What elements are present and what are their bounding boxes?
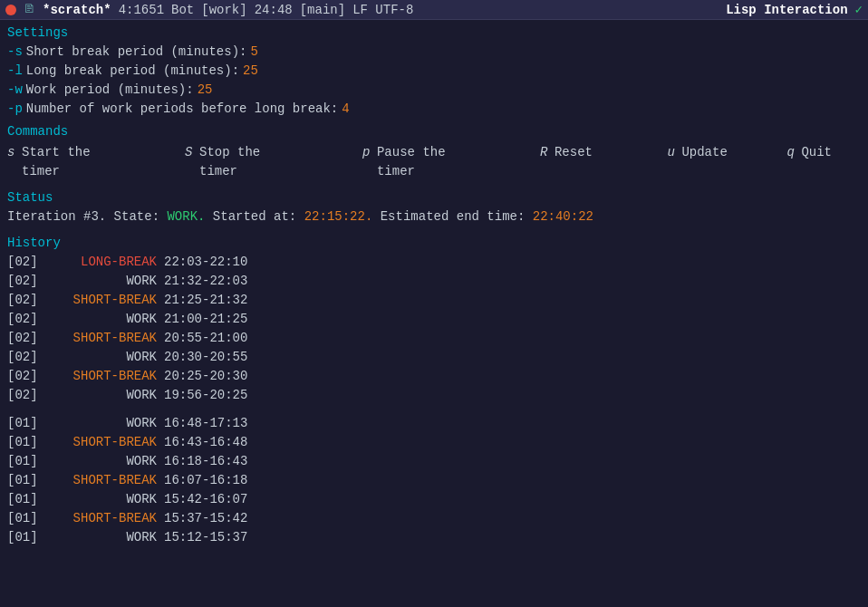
hist-index: [01] [7,452,48,471]
history-row: [02] WORK 21:00-21:25 [7,310,861,329]
setting-num-periods-value: 4 [342,100,349,119]
commands-row: s Start the timer S Stop the timer p Pau… [7,143,861,181]
history-row: [02] WORK 21:32-22:03 [7,272,861,291]
setting-work-period-value: 25 [198,81,213,100]
hist-time: 16:48-17:13 [164,414,247,433]
cmd-key-q[interactable]: q [786,143,801,162]
history-spacer [7,405,861,414]
history-section: History [02] LONG-BREAK 22:03-22:10 [02]… [7,234,861,547]
history-row: [01] SHORT-BREAK 16:07-16:18 [7,471,861,490]
hist-index: [02] [7,367,48,386]
history-row: [02] WORK 19:56-20:25 [7,386,861,405]
history-row: [02] SHORT-BREAK 20:55-21:00 [7,329,861,348]
cmd-key-R[interactable]: R [540,143,555,162]
hist-type: SHORT-BREAK [48,329,157,348]
commands-section: Commands s Start the timer S Stop the ti… [7,122,861,181]
hist-time: 21:00-21:25 [164,310,247,329]
setting-long-break: -l Long break period (minutes): 25 [7,62,861,81]
hist-type: LONG-BREAK [48,253,157,272]
history-header: History [7,234,861,253]
hist-time: 20:55-21:00 [164,329,247,348]
commands-header: Commands [7,122,861,141]
major-mode: Lisp Interaction [726,3,847,17]
hist-index: [02] [7,291,48,310]
history-row: [01] SHORT-BREAK 15:37-15:42 [7,509,861,528]
hist-index: [01] [7,490,48,509]
cmd-key-S[interactable]: S [185,143,199,162]
cmd-label-pause: Pause the timer [377,143,511,181]
setting-num-periods-label: Number of work periods before long break… [26,100,338,119]
hist-type: WORK [48,310,157,329]
settings-header: Settings [7,24,861,43]
hist-time: 16:07-16:18 [164,471,247,490]
hist-time: 15:37-15:42 [164,509,247,528]
history-row: [01] WORK 15:12-15:37 [7,528,861,547]
encoding: LF UTF-8 [352,3,413,17]
history-row: [02] SHORT-BREAK 20:25-20:30 [7,367,861,386]
check-icon: ✓ [855,2,863,17]
setting-long-break-label: Long break period (minutes): [26,62,239,81]
started-time: 22:15:22. [304,209,373,224]
setting-short-break: -s Short break period (minutes): 5 [7,43,861,62]
hist-type: WORK [48,528,157,547]
cmd-key-u[interactable]: u [667,143,681,162]
history-row: [01] WORK 16:18-16:43 [7,452,861,471]
hist-time: 16:43-16:48 [164,433,247,452]
main-content: Settings -s Short break period (minutes)… [0,20,868,551]
setting-work-period-label: Work period (minutes): [26,81,194,100]
status-header: Status [7,188,861,207]
hist-index: [01] [7,433,48,452]
started-prefix: Started at: [213,209,304,224]
hist-type: WORK [48,452,157,471]
settings-section: Settings -s Short break period (minutes)… [7,24,861,119]
hist-time: 20:30-20:55 [164,348,247,367]
cmd-key-p[interactable]: p [362,143,377,162]
close-dot [5,5,16,15]
hist-type: WORK [48,272,157,291]
history-group-1: [02] LONG-BREAK 22:03-22:10 [02] WORK 21… [7,253,861,405]
branch: [main] [300,3,345,17]
hist-index: [02] [7,253,48,272]
cmd-label-reset: Reset [555,143,638,162]
flag-w: -w [7,81,23,100]
flag-p: -p [7,100,23,119]
cmd-key-s[interactable]: s [7,143,22,162]
hist-time: 16:18-16:43 [164,452,247,471]
hist-time: 20:25-20:30 [164,367,247,386]
state-value: WORK. [167,209,205,224]
hist-index: [01] [7,471,48,490]
history-row: [02] WORK 20:30-20:55 [7,348,861,367]
end-time: 22:40:22 [533,209,593,224]
hist-time: 21:32-22:03 [164,272,247,291]
filename: *scratch* [43,3,111,17]
hist-type: WORK [48,386,157,405]
history-row: [02] SHORT-BREAK 21:25-21:32 [7,291,861,310]
hist-index: [01] [7,509,48,528]
setting-long-break-value: 25 [243,62,258,81]
hist-time: 21:25-21:32 [164,291,247,310]
hist-index: [02] [7,310,48,329]
setting-work-period: -w Work period (minutes): 25 [7,81,861,100]
cmd-label-quit: Quit [801,143,832,162]
setting-short-break-label: Short break period (minutes): [26,43,247,62]
status-section: Status Iteration #3. State: WORK. Starte… [7,188,861,226]
hist-type: SHORT-BREAK [48,471,157,490]
hist-index: [01] [7,528,48,547]
hist-type: SHORT-BREAK [48,367,157,386]
hist-index: [02] [7,386,48,405]
cursor-position: 4:1651 [119,3,164,17]
hist-type: SHORT-BREAK [48,433,157,452]
hist-type: WORK [48,490,157,509]
history-row: [01] WORK 15:42-16:07 [7,490,861,509]
hist-index: [02] [7,329,48,348]
history-row: [01] WORK 16:48-17:13 [7,414,861,433]
status-line: Iteration #3. State: WORK. Started at: 2… [7,207,861,226]
hist-index: [02] [7,348,48,367]
end-prefix: Estimated end time: [381,209,533,224]
hist-time: 19:56-20:25 [164,386,247,405]
clock: 24:48 [255,3,293,17]
history-row: [01] SHORT-BREAK 16:43-16:48 [7,433,861,452]
flag-s: -s [7,43,23,62]
hist-time: 22:03-22:10 [164,253,247,272]
mode-indicator: Bot [171,3,194,17]
